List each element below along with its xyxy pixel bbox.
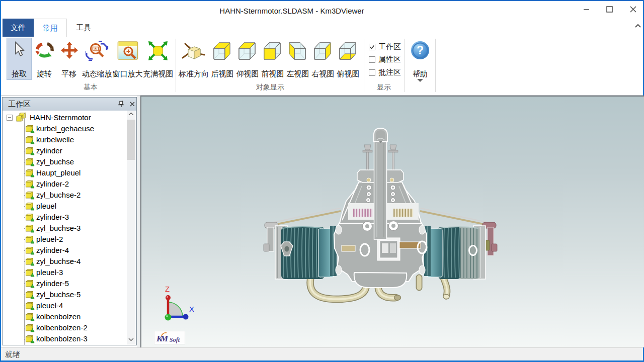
svg-text:M: M bbox=[160, 334, 169, 343]
svg-text:Soft: Soft bbox=[170, 336, 180, 343]
svg-text:Z: Z bbox=[165, 285, 170, 293]
svg-text:X: X bbox=[189, 305, 194, 313]
svg-text:?: ? bbox=[417, 44, 424, 57]
